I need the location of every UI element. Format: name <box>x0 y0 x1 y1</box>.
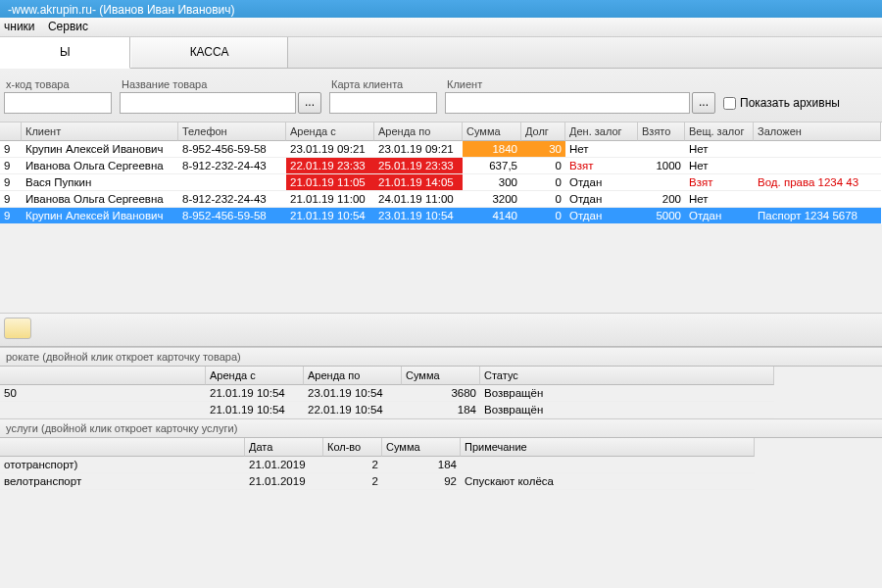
column-header[interactable]: Долг <box>521 122 565 141</box>
cell-vz <box>638 141 685 158</box>
menu-item[interactable]: чники <box>4 20 35 33</box>
table-row[interactable]: 9Крупин Алексей Иванович8-952-456-59-582… <box>0 208 882 224</box>
cell-from: 22.01.19 23:33 <box>286 158 374 174</box>
window-title: -www.akrupin.ru- (Иванов Иван Иванович) <box>8 3 235 15</box>
table-row[interactable]: велотранспорт21.01.2019292Спускают колёс… <box>0 473 882 490</box>
column-header[interactable]: Сумма <box>382 438 461 457</box>
column-header[interactable]: Сумма <box>402 367 480 385</box>
cell-note <box>461 457 755 473</box>
tab-kassa[interactable]: КАССА <box>130 37 289 68</box>
barcode-label: х-код товара <box>6 78 112 90</box>
orders-grid[interactable]: КлиентТелефонАренда сАренда поСуммаДолгД… <box>0 122 882 224</box>
cell-from: 21.01.19 11:00 <box>286 191 374 208</box>
table-row[interactable]: 21.01.19 10:5422.01.19 10:54184Возвращён <box>0 402 882 418</box>
column-header[interactable]: Аренда по <box>304 367 402 385</box>
cell-client: Крупин Алексей Иванович <box>22 141 178 158</box>
column-header[interactable]: Кол-во <box>323 438 382 457</box>
cell-client: Вася Пупкин <box>22 174 178 191</box>
cell-den: Взят <box>565 158 638 174</box>
barcode-input[interactable] <box>4 92 112 114</box>
cell-tel: 8-912-232-24-43 <box>178 158 286 174</box>
cell-dolg: 0 <box>521 191 565 208</box>
cell-sum: 3680 <box>402 385 480 402</box>
cell-from: 21.01.19 11:05 <box>286 174 374 191</box>
client-input[interactable] <box>445 92 690 114</box>
table-row[interactable]: 9Иванова Ольга Сергеевна8-912-232-24-432… <box>0 191 882 208</box>
column-header[interactable]: Аренда с <box>206 367 304 385</box>
items-section-header: рокате (двойной клик откроет карточку то… <box>0 347 882 367</box>
cell-zal: Паспорт 1234 5678 <box>754 208 881 224</box>
cell-sum: 3200 <box>463 191 521 208</box>
cell-dolg: 0 <box>521 208 565 224</box>
cell-vz: 200 <box>638 191 685 208</box>
column-header[interactable]: Заложен <box>754 122 881 141</box>
show-archive-checkbox[interactable] <box>723 97 736 110</box>
column-header[interactable]: Взято <box>638 122 685 141</box>
column-header[interactable]: Аренда с <box>286 122 374 141</box>
cell-sum: 184 <box>402 402 480 418</box>
product-lookup-button[interactable]: ... <box>298 92 321 114</box>
cell-status: Возвращён <box>480 402 774 418</box>
menu-item[interactable]: Сервис <box>48 20 88 33</box>
cell-sum: 1840 <box>463 141 521 158</box>
cell-dolg: 0 <box>521 158 565 174</box>
cell-ves: Отдан <box>685 208 754 224</box>
cell-den: Нет <box>565 141 638 158</box>
cell-to: 24.01.19 11:00 <box>374 191 463 208</box>
cell-ves: Нет <box>685 158 754 174</box>
cell-name: 50 <box>0 385 206 402</box>
column-header[interactable] <box>0 438 245 457</box>
column-header[interactable]: Телефон <box>178 122 286 141</box>
cell-vz <box>638 174 685 191</box>
cell-dolg: 30 <box>521 141 565 158</box>
table-row[interactable]: 9Вася Пупкин21.01.19 11:0521.01.19 14:05… <box>0 174 882 191</box>
card-input[interactable] <box>329 92 437 114</box>
cell-sum: 637,5 <box>463 158 521 174</box>
cell-n: 9 <box>0 174 22 191</box>
cell-ves: Нет <box>685 141 754 158</box>
client-label: Клиент <box>447 78 715 90</box>
column-header[interactable] <box>0 367 206 385</box>
cell-sum: 4140 <box>463 208 521 224</box>
cell-n: 9 <box>0 158 22 174</box>
column-header[interactable] <box>0 122 22 141</box>
cell-from: 21.01.19 10:54 <box>206 402 304 418</box>
card-icon-button[interactable] <box>4 318 31 339</box>
cell-zal: Вод. права 1234 43 <box>754 174 881 191</box>
panel-gap <box>0 224 882 313</box>
detail-toolbar <box>0 313 882 347</box>
column-header[interactable]: Вещ. залог <box>685 122 754 141</box>
table-row[interactable]: ототранспорт)21.01.20192184 <box>0 457 882 473</box>
column-header[interactable]: Статус <box>480 367 774 385</box>
tabstrip: Ы КАССА <box>0 37 882 69</box>
cell-note: Спускают колёса <box>461 473 755 490</box>
tab-orders[interactable]: Ы <box>0 37 130 69</box>
cell-vz: 5000 <box>638 208 685 224</box>
cell-tel: 8-952-456-59-58 <box>178 141 286 158</box>
cell-to: 25.01.19 23:33 <box>374 158 463 174</box>
column-header[interactable]: Клиент <box>22 122 178 141</box>
cell-from: 21.01.19 10:54 <box>206 385 304 402</box>
cell-sum: 184 <box>382 457 461 473</box>
column-header[interactable]: Примечание <box>461 438 755 457</box>
product-name-input[interactable] <box>120 92 296 114</box>
cell-name: ототранспорт) <box>0 457 245 473</box>
cell-name: велотранспорт <box>0 473 245 490</box>
table-row[interactable]: 9Крупин Алексей Иванович8-952-456-59-582… <box>0 141 882 158</box>
column-header[interactable]: Ден. залог <box>565 122 638 141</box>
cell-date: 21.01.2019 <box>245 457 323 473</box>
column-header[interactable]: Аренда по <box>374 122 463 141</box>
column-header[interactable]: Дата <box>245 438 323 457</box>
cell-qty: 2 <box>323 457 382 473</box>
column-header[interactable]: Сумма <box>463 122 521 141</box>
services-section-header: услуги (двойной клик откроет карточку ус… <box>0 418 882 438</box>
client-lookup-button[interactable]: ... <box>692 92 715 114</box>
cell-dolg: 0 <box>521 174 565 191</box>
cell-n: 9 <box>0 208 22 224</box>
table-row[interactable]: 9Иванова Ольга Сергеевна8-912-232-24-432… <box>0 158 882 174</box>
cell-to: 22.01.19 10:54 <box>304 402 402 418</box>
cell-to: 23.01.19 10:54 <box>304 385 402 402</box>
table-row[interactable]: 5021.01.19 10:5423.01.19 10:543680Возвра… <box>0 385 882 402</box>
cell-date: 21.01.2019 <box>245 473 323 490</box>
cell-tel: 8-912-232-24-43 <box>178 191 286 208</box>
